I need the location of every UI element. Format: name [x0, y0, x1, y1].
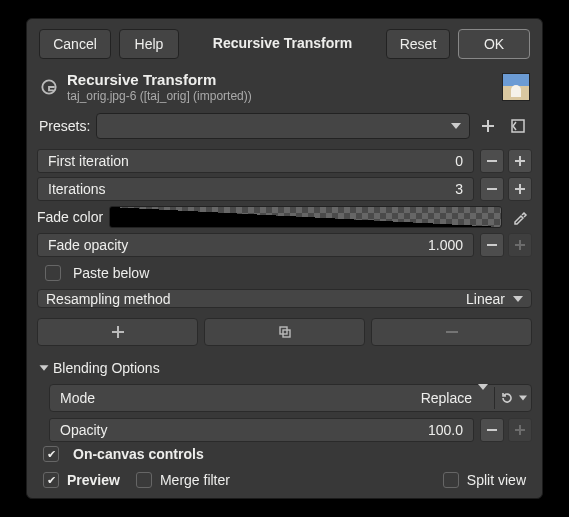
merge-filter-checkbox[interactable] — [136, 472, 152, 488]
dialog-title-button: Recursive Transform — [187, 29, 378, 59]
opacity-row: Opacity 100.0 — [49, 418, 532, 442]
first-iteration-label: First iteration — [48, 153, 455, 169]
paste-below-checkbox[interactable] — [45, 265, 61, 281]
opacity-increment — [508, 418, 532, 442]
mode-reset-button[interactable] — [495, 390, 531, 406]
preset-manage-button[interactable] — [506, 114, 530, 138]
paste-below-row: Paste below — [37, 261, 532, 285]
mode-row: Mode Replace — [49, 384, 532, 412]
bottom-bar: On-canvas controls Preview Merge filter … — [37, 446, 532, 488]
split-view-checkbox[interactable] — [443, 472, 459, 488]
fade-opacity-field[interactable]: Fade opacity 1.000 — [37, 233, 474, 257]
help-button[interactable]: Help — [119, 29, 179, 59]
filter-subtitle: taj_orig.jpg-6 ([taj_orig] (imported)) — [67, 89, 494, 103]
remove-transform-button[interactable] — [371, 318, 532, 346]
opacity-value: 100.0 — [428, 422, 463, 438]
opacity-label: Opacity — [60, 422, 428, 438]
mode-value: Replace — [421, 390, 478, 406]
chevron-down-icon — [40, 365, 49, 370]
iterations-increment[interactable] — [508, 177, 532, 201]
first-iteration-row: First iteration 0 — [37, 149, 532, 173]
resampling-dropdown[interactable]: Resampling method Linear — [37, 289, 532, 308]
dialog: Cancel Help Recursive Transform Reset OK… — [26, 18, 543, 499]
preview-checkbox[interactable] — [43, 472, 59, 488]
blending-options-header[interactable]: Blending Options — [39, 360, 532, 376]
fade-opacity-increment — [508, 233, 532, 257]
presets-dropdown[interactable] — [96, 113, 470, 139]
opacity-decrement[interactable] — [480, 418, 504, 442]
mode-dropdown[interactable] — [478, 390, 494, 406]
paste-below-label: Paste below — [73, 265, 149, 281]
fade-opacity-value: 1.000 — [428, 237, 463, 253]
chevron-down-icon — [451, 123, 461, 129]
chevron-down-icon — [478, 384, 488, 406]
resampling-label: Resampling method — [46, 291, 466, 307]
split-view-label: Split view — [467, 472, 526, 488]
fade-color-swatch[interactable] — [109, 206, 502, 228]
on-canvas-row: On-canvas controls — [43, 446, 526, 462]
opacity-field[interactable]: Opacity 100.0 — [49, 418, 474, 442]
resampling-value: Linear — [466, 291, 505, 307]
mode-label: Mode — [50, 390, 421, 406]
action-buttons: Cancel Help Recursive Transform Reset OK — [37, 29, 532, 65]
duplicate-transform-button[interactable] — [204, 318, 365, 346]
filter-title: Recursive Transform — [67, 71, 494, 88]
on-canvas-checkbox[interactable] — [43, 446, 59, 462]
first-iteration-increment[interactable] — [508, 149, 532, 173]
gegl-icon — [39, 77, 59, 97]
fade-opacity-row: Fade opacity 1.000 — [37, 233, 532, 257]
first-iteration-value: 0 — [455, 153, 463, 169]
iterations-row: Iterations 3 — [37, 177, 532, 201]
fade-color-label: Fade color — [37, 209, 103, 225]
fade-color-row: Fade color — [37, 205, 532, 229]
add-transform-button[interactable] — [37, 318, 198, 346]
preview-row: Preview Merge filter Split view — [43, 472, 526, 488]
iterations-field[interactable]: Iterations 3 — [37, 177, 474, 201]
iterations-label: Iterations — [48, 181, 455, 197]
first-iteration-decrement[interactable] — [480, 149, 504, 173]
header: Recursive Transform taj_orig.jpg-6 ([taj… — [37, 69, 532, 109]
chevron-down-icon — [519, 396, 527, 401]
iterations-decrement[interactable] — [480, 177, 504, 201]
blending-options-label: Blending Options — [53, 360, 160, 376]
merge-filter-label: Merge filter — [160, 472, 230, 488]
on-canvas-label: On-canvas controls — [73, 446, 204, 462]
blending-options-body: Mode Replace Opacity 100.0 — [37, 384, 532, 442]
ok-button[interactable]: OK — [458, 29, 530, 59]
preview-label: Preview — [67, 472, 120, 488]
reset-button[interactable]: Reset — [386, 29, 450, 59]
cancel-button[interactable]: Cancel — [39, 29, 111, 59]
first-iteration-field[interactable]: First iteration 0 — [37, 149, 474, 173]
preset-add-button[interactable] — [476, 114, 500, 138]
fade-opacity-decrement[interactable] — [480, 233, 504, 257]
fade-color-picker-button[interactable] — [508, 205, 532, 229]
presets-label: Presets: — [39, 118, 90, 134]
presets-row: Presets: — [37, 113, 532, 145]
iterations-value: 3 — [455, 181, 463, 197]
fade-opacity-label: Fade opacity — [48, 237, 428, 253]
chevron-down-icon — [513, 296, 523, 302]
drawable-thumbnail — [502, 73, 530, 101]
transform-tool-row — [37, 318, 532, 346]
